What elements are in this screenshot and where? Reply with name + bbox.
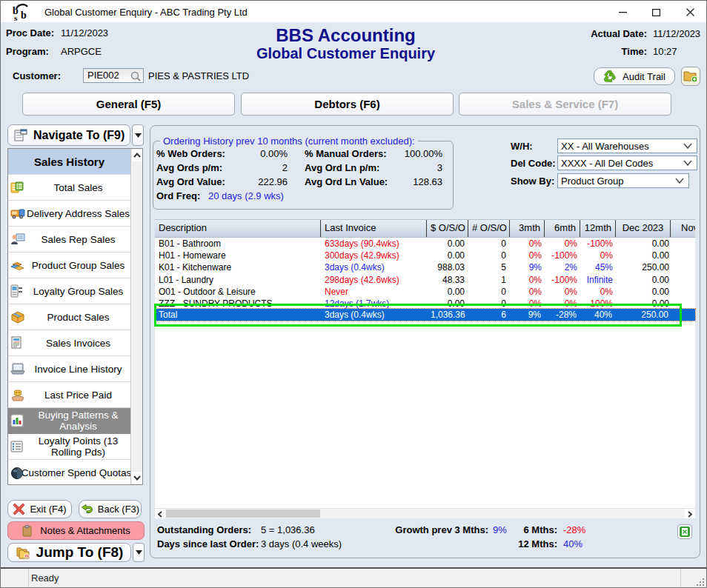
svg-text:b: b xyxy=(21,10,27,21)
svg-text:s: s xyxy=(14,13,18,21)
